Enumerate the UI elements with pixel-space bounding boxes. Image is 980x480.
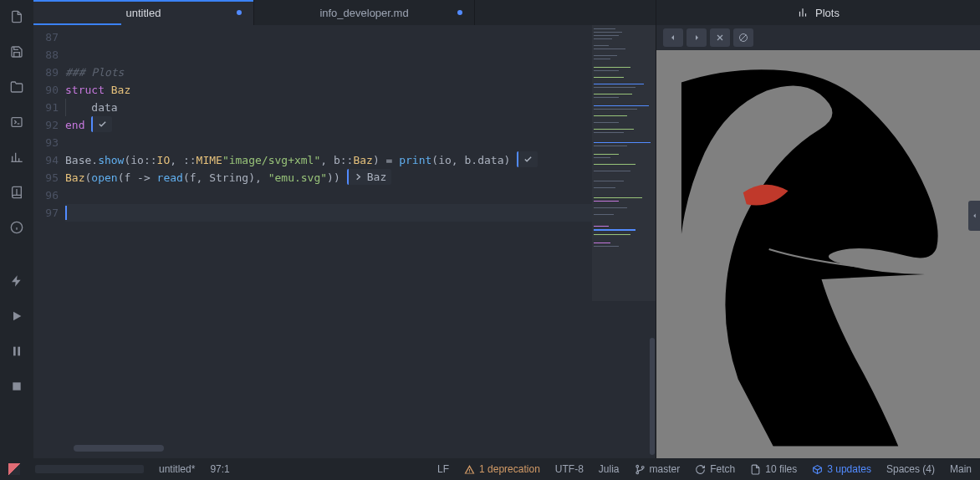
status-eol[interactable]: LF (437, 463, 449, 475)
plots-title: Plots (815, 7, 840, 19)
cursor (65, 206, 67, 220)
code-lines[interactable]: ### Plots struct Baz data end Base.show(… (65, 25, 592, 458)
minimap-scroll-thumb[interactable] (650, 338, 655, 455)
bar-chart-icon (797, 7, 809, 18)
pause-icon[interactable] (5, 340, 28, 363)
tab-title: untitled (126, 7, 161, 19)
svg-rect-12 (18, 347, 20, 356)
plot-canvas[interactable] (656, 50, 980, 458)
info-icon[interactable] (5, 216, 28, 239)
status-branch[interactable]: master (635, 463, 681, 475)
inline-result-baz[interactable]: Baz (347, 169, 391, 185)
minimap[interactable] (592, 25, 656, 458)
status-filename[interactable]: untitled* (159, 463, 195, 475)
warning-icon (464, 464, 475, 475)
modified-dot-icon (237, 10, 242, 15)
docs-icon[interactable] (5, 181, 28, 204)
tab-info-developer[interactable]: info_developer.md (254, 0, 475, 25)
plots-toolbar (656, 25, 980, 50)
status-deprecation[interactable]: 1 deprecation (464, 463, 540, 475)
status-updates[interactable]: 3 updates (812, 463, 871, 475)
status-encoding[interactable]: UTF-8 (555, 463, 584, 475)
svg-marker-10 (13, 312, 21, 321)
modified-dot-icon (457, 10, 462, 15)
status-language[interactable]: Julia (599, 463, 620, 475)
activity-bar (0, 0, 33, 458)
horizontal-scrollbar[interactable] (74, 445, 164, 452)
tab-untitled[interactable]: untitled (33, 0, 254, 25)
package-icon (812, 464, 823, 475)
svg-rect-13 (13, 382, 20, 390)
svg-point-23 (641, 466, 644, 468)
code-editor[interactable]: 87 88 89 90 91 92 93 94 95 96 97 ### Plo… (33, 25, 592, 458)
svg-point-22 (635, 471, 638, 473)
inline-result-check[interactable] (91, 116, 112, 132)
tab-title: info_developer.md (319, 7, 408, 19)
stop-icon[interactable] (5, 375, 28, 398)
plot-close-button[interactable] (710, 28, 730, 47)
new-file-icon[interactable] (5, 5, 28, 28)
terminal-icon[interactable] (5, 110, 28, 134)
tab-bar: untitled info_developer.md (33, 0, 656, 25)
editor-pane: untitled info_developer.md 87 88 89 90 9… (33, 0, 656, 458)
inline-result-check[interactable] (517, 151, 538, 167)
save-icon[interactable] (5, 40, 28, 64)
line-gutter: 87 88 89 90 91 92 93 94 95 96 97 (33, 25, 65, 458)
plots-header: Plots (656, 0, 980, 25)
status-bar: untitled* 97:1 LF 1 deprecation UTF-8 Ju… (0, 458, 980, 480)
status-main[interactable]: Main (950, 463, 972, 475)
app-logo-icon[interactable] (8, 463, 20, 475)
emu-svg-image (656, 50, 980, 458)
status-placeholder-block (35, 465, 144, 473)
run-fast-icon[interactable] (5, 269, 28, 293)
plot-prev-button[interactable] (663, 28, 683, 47)
folder-icon[interactable] (5, 75, 28, 99)
status-spaces[interactable]: Spaces (4) (886, 463, 935, 475)
status-fetch[interactable]: Fetch (695, 463, 735, 475)
status-files[interactable]: 10 files (750, 463, 797, 475)
play-icon[interactable] (5, 304, 28, 328)
svg-rect-11 (13, 347, 16, 356)
plot-forbid-button[interactable] (733, 28, 753, 47)
svg-point-21 (635, 465, 638, 467)
panel-collapse-handle[interactable] (968, 201, 980, 231)
svg-line-20 (741, 35, 747, 41)
sync-icon (695, 464, 706, 475)
file-icon (750, 464, 761, 475)
status-cursor[interactable]: 97:1 (210, 463, 229, 475)
plot-next-button[interactable] (687, 28, 707, 47)
plots-icon[interactable] (5, 146, 28, 169)
git-branch-icon (635, 464, 646, 475)
plots-panel: Plots (656, 0, 980, 458)
